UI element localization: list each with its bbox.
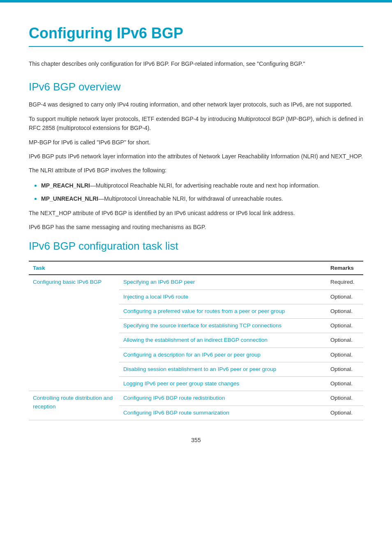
nlri-bullet-list: MP_REACH_NLRI—Multiprotocol Reachable NL… [41, 180, 363, 204]
group-cell-route-dist[interactable]: Controlling route distribution and recep… [29, 391, 119, 420]
task-link-summarization[interactable]: Configuring IPv6 BGP route summarization [119, 406, 326, 420]
table-header-row: Task Remarks [29, 261, 363, 275]
remarks-preferred: Optional. [326, 304, 363, 318]
remarks-summarization: Optional. [326, 406, 363, 420]
bullet-mp-reach: MP_REACH_NLRI—Multiprotocol Reachable NL… [41, 180, 363, 190]
task-link-source-interface[interactable]: Specifying the source interface for esta… [119, 319, 326, 333]
table-row: Configuring basic IPv6 BGP Specifying an… [29, 275, 363, 290]
task-link-inject[interactable]: Injecting a local IPv6 route [119, 290, 326, 304]
overview-para-1: BGP-4 was designed to carry only IPv4 ro… [29, 100, 363, 109]
intro-paragraph: This chapter describes only configuratio… [29, 59, 363, 68]
remarks-redistribution: Optional. [326, 391, 363, 406]
col-header-task: Task [29, 261, 119, 275]
overview-after-1: The NEXT_HOP attribute of IPv6 BGP is id… [29, 209, 363, 218]
overview-para-2: To support multiple network layer protoc… [29, 114, 363, 133]
overview-para-4: IPv6 BGP puts IPv6 network layer informa… [29, 152, 363, 161]
section-title-overview: IPv6 BGP overview [29, 81, 363, 93]
table-row: Controlling route distribution and recep… [29, 391, 363, 406]
task-link-peer[interactable]: Specifying an IPv6 BGP peer [119, 275, 326, 290]
config-task-table: Task Remarks Configuring basic IPv6 BGP … [29, 261, 363, 420]
remarks-indirect-ebgp: Optional. [326, 333, 363, 348]
remarks-peer: Required. [326, 275, 363, 290]
term-mp-unreach: MP_UNREACH_NLRI [41, 195, 98, 202]
bullet-mp-unreach: MP_UNREACH_NLRI—Multiprotocol Unreachabl… [41, 193, 363, 203]
term-mp-reach: MP_REACH_NLRI [41, 182, 90, 189]
remarks-source-interface: Optional. [326, 319, 363, 333]
page-title: Configuring IPv6 BGP [29, 25, 363, 47]
col-header-remarks: Remarks [326, 261, 363, 275]
remarks-disable-session: Optional. [326, 362, 363, 376]
page-container: Configuring IPv6 BGP This chapter descri… [0, 0, 392, 533]
task-link-preferred[interactable]: Configuring a preferred value for routes… [119, 304, 326, 318]
remarks-logging: Optional. [326, 377, 363, 391]
overview-after-2: IPv6 BGP has the same messaging and rout… [29, 222, 363, 232]
task-link-description[interactable]: Configuring a description for an IPv6 pe… [119, 348, 326, 362]
task-link-redistribution[interactable]: Configuring IPv6 BGP route redistributio… [119, 391, 326, 406]
overview-para-5: The NLRI attribute of IPv6 BGP involves … [29, 166, 363, 175]
section-title-tasklist: IPv6 BGP configuration task list [29, 240, 363, 253]
group-cell-basic[interactable]: Configuring basic IPv6 BGP [29, 275, 119, 391]
task-link-logging[interactable]: Logging IPv6 peer or peer group state ch… [119, 377, 326, 391]
col-header-subtask [119, 261, 326, 275]
term-mp-reach-text: —Multiprotocol Reachable NLRI, for adver… [90, 182, 320, 189]
task-link-disable-session[interactable]: Disabling session establishment to an IP… [119, 362, 326, 376]
overview-para-3: MP-BGP for IPv6 is called "IPv6 BGP" for… [29, 138, 363, 147]
top-border-decoration [0, 0, 392, 2]
term-mp-unreach-text: —Multiprotocol Unreachable NLRI, for wit… [98, 195, 283, 202]
remarks-inject: Optional. [326, 290, 363, 304]
task-link-indirect-ebgp[interactable]: Allowing the establishment of an indirec… [119, 333, 326, 348]
page-number: 355 [29, 437, 363, 443]
remarks-description: Optional. [326, 348, 363, 362]
